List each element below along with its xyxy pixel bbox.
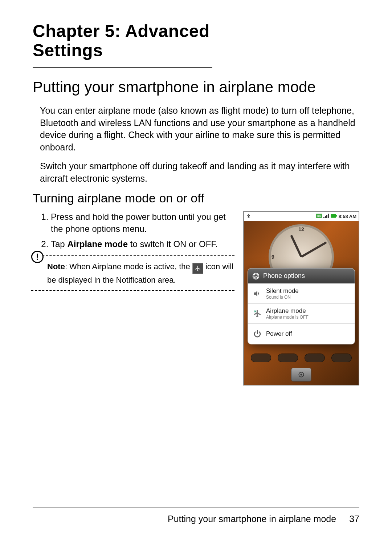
network-3g-icon: 3G [316,214,322,219]
dock-pill [305,354,325,362]
manual-page: Chapter 5: Advanced Settings Putting you… [0,0,392,541]
content-columns: Press and hold the power button until yo… [33,211,359,385]
dialog-header: Phone options [248,269,355,283]
airplane-status-icon [192,263,203,274]
step-2: Tap Airplane mode to switch it ON or OFF… [51,238,234,250]
intro-paragraph-1: You can enter airplane mode (also known … [33,105,359,154]
svg-rect-2 [331,214,336,218]
clock-9: 9 [271,254,274,260]
intro-paragraph-2: Switch your smartphone off during takeof… [33,160,359,185]
battery-icon [331,214,337,219]
dock-labels-row [244,354,359,362]
power-off-option[interactable]: Power off [248,323,355,344]
power-off-title: Power off [266,330,292,338]
dock-pill [251,354,271,362]
silent-mode-sub: Sound is ON [266,295,299,300]
svg-point-7 [301,374,302,376]
chapter-title: Chapter 5: Advanced Settings [33,22,229,60]
phone-options-dialog: Phone options Silent mode Sound is ON [248,268,355,344]
step-2-pre: Tap [51,239,67,249]
svg-rect-3 [336,215,337,217]
power-icon [253,330,262,338]
note-block: ! Note: When Airplane mode is active, th… [31,255,234,291]
airplane-mode-option[interactable]: Airplane mode Airplane mode is OFF [248,303,355,323]
usb-icon [246,213,251,219]
airplane-mode-sub: Airplane mode is OFF [266,315,309,320]
app-drawer-button[interactable] [291,368,311,381]
dock-pill [331,354,352,362]
airplane-mode-title: Airplane mode [266,307,309,315]
chapter-rule [33,67,212,68]
step-2-post: to switch it ON or OFF. [128,239,218,249]
android-statusbar: 3G 8:58 AM [244,212,359,221]
dialog-title: Phone options [263,272,305,280]
sound-icon [253,289,262,298]
step-1: Press and hold the power button until yo… [51,211,234,235]
clock-12: 12 [298,226,304,232]
statusbar-time: 8:58 AM [339,214,356,219]
page-footer: Putting your smartphone in airplane mode… [33,514,359,524]
subsection-title: Turning airplane mode on or off [33,191,359,205]
svg-text:3G: 3G [317,214,321,218]
alert-icon: ! [31,251,44,263]
phone-mockup: 3G 8:58 AM 12 9 [243,211,359,385]
silent-mode-option[interactable]: Silent mode Sound is ON [248,283,355,303]
clock-minute-hand [301,242,327,258]
drawer-icon [298,371,305,378]
step-2-bold: Airplane mode [67,239,128,249]
dock-pill [278,354,298,362]
section-title: Putting your smartphone in airplane mode [33,78,359,96]
footer-rule [33,508,359,508]
instructions-column: Press and hold the power button until yo… [33,211,234,385]
airplane-icon [253,309,262,318]
clock-hour-hand [290,235,302,257]
silent-mode-title: Silent mode [266,287,299,295]
screenshot-column: 3G 8:58 AM 12 9 [243,211,359,385]
footer-section-name: Putting your smartphone in airplane mode [168,514,336,524]
steps-list: Press and hold the power button until yo… [40,211,234,250]
power-circle-icon [252,272,260,280]
signal-icon [323,214,329,219]
note-label: Note [47,262,65,271]
footer-page-number: 37 [349,514,359,524]
home-dock [244,364,359,385]
note-text-pre: : When Airplane mode is active, the [65,262,192,271]
